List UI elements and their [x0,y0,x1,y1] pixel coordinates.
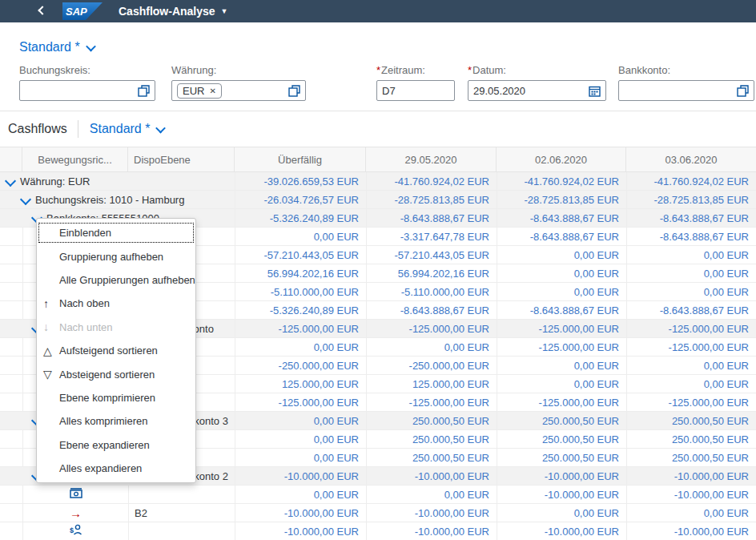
menu-item-absteigend-sortieren[interactable]: ▽Absteigend sortieren [37,362,195,385]
value-help-icon[interactable] [288,85,300,100]
menu-item-label: Ebene expandieren [59,439,150,451]
amount-cell: -28.725.813,85 EUR [497,191,626,208]
amount-cell: -39.026.659,53 EUR [235,172,366,190]
column-header-29052020[interactable]: 29.05.2020 [366,147,497,171]
row-selector-cell [0,486,22,503]
group-label: Währung: EUR [20,175,90,187]
svg-text:$: $ [70,526,74,534]
field-input[interactable] [618,80,754,101]
table-variant-selector[interactable]: Standard * [90,122,165,136]
collapse-chevron-icon[interactable] [20,194,31,205]
field-label: Bankkonto: [618,64,754,79]
arrow-up-icon: ↑ [43,297,59,310]
column-header-dispoebene[interactable]: DispoEbene [128,147,235,171]
filter-field-bankkonto: Bankkonto: [618,64,754,101]
menu-item-label: Ebene komprimieren [59,392,155,404]
field-input[interactable]: D7 [376,80,455,101]
amount-cell: 250.000,50 EUR [497,412,626,429]
table-variant-label: Standard * [90,122,151,136]
amount-cell: -125.000,00 EUR [626,338,756,356]
cashflow-analysis-app: SAP Cashflow-Analyse ▼ Standard * Buchun… [0,0,756,540]
menu-item-label: Einblenden [59,227,111,239]
menu-item-aufsteigend-sortieren[interactable]: △Aufsteigend sortieren [37,339,195,362]
amount-cell: 0,00 EUR [626,264,756,282]
value-help-icon[interactable] [138,85,150,100]
menu-item-alles-komprimieren[interactable]: Alles komprimieren [37,409,195,433]
amount-cell: -125.000,00 EUR [366,320,497,337]
amount-cell: -8.643.888,67 EUR [366,301,497,319]
amount-cell: 0,00 EUR [626,375,756,393]
token-remove-icon[interactable]: ✕ [209,87,215,95]
group-row[interactable]: Währung: EUR-39.026.659,53 EUR-41.760.92… [0,172,756,191]
token-label: EUR [183,85,204,97]
filter-variant-selector[interactable]: Standard * [19,40,94,54]
amount-cell: 125.000,00 EUR [366,375,497,393]
amount-cell: -5.326.240,89 EUR [235,301,366,319]
menu-item-label: Alles expandieren [59,462,142,474]
group-row[interactable]: Buchungskreis: 1010 - Hamburg-26.034.726… [0,191,756,209]
row-selector-cell [0,504,22,522]
menu-item-label: Nach oben [59,297,110,309]
field-value: 29.05.2020 [473,85,601,97]
amount-cell: 56.994.202,16 EUR [235,264,366,282]
amount-cell: 0,00 EUR [235,430,366,448]
row-selector-cell [0,449,22,466]
menu-item-ebene-komprimieren[interactable]: Ebene komprimieren [37,386,195,409]
table-row[interactable]: →B2-10.000,00 EUR-10.000,00 EUR0,00 EUR0… [0,504,756,522]
amount-cell: 250.000,50 EUR [626,449,756,466]
amount-cell: 0,00 EUR [497,357,626,374]
field-input[interactable]: 29.05.2020 [468,80,606,101]
back-button[interactable] [35,5,48,18]
amount-cell: -10.000,00 EUR [497,486,626,503]
amount-cell: -8.643.888,67 EUR [497,301,626,319]
calendar-icon[interactable] [589,85,601,100]
collapse-chevron-icon[interactable] [5,175,16,187]
table-row[interactable]: 0,00 EUR0,00 EUR-10.000,00 EUR-10.000,00… [0,486,756,504]
amount-cell: 0,00 EUR [497,504,626,522]
column-header-bewegungsric[interactable]: Bewegungsric... [22,147,128,171]
amount-cell: -57.210.443,05 EUR [235,246,366,264]
menu-item-label: Gruppierung aufheben [59,251,163,263]
app-title-menu[interactable]: Cashflow-Analyse ▼ [119,0,228,22]
row-selector-cell [0,264,22,282]
amount-cell: 0,00 EUR [626,246,756,264]
amount-cell: -57.210.443,05 EUR [366,246,497,264]
value-help-icon[interactable] [737,85,749,100]
amount-cell: 0,00 EUR [235,338,366,356]
amount-cell: -125.000,00 EUR [366,393,497,411]
amount-cell: -10.000,00 EUR [626,522,756,540]
chevron-down-icon [156,123,167,133]
menu-item-gruppierung-aufheben[interactable]: Gruppierung aufheben [37,244,195,268]
amount-cell: -8.643.888,67 EUR [497,228,626,245]
menu-item-einblenden[interactable]: Einblenden [37,221,195,244]
field-input[interactable] [19,80,155,101]
title-dropdown-icon: ▼ [221,7,228,15]
amount-cell: -28.725.813,85 EUR [366,191,497,208]
movement-direction-cell [22,486,128,503]
amount-cell: -26.034.726,57 EUR [235,191,366,208]
column-header-03062020[interactable]: 03.06.2020 [626,147,756,171]
amount-cell: -8.643.888,67 EUR [626,301,756,319]
amount-cell: -125.000,00 EUR [497,338,626,356]
menu-item-nach-oben[interactable]: ↑Nach oben [37,292,195,315]
field-input[interactable]: EUR✕ [171,80,306,101]
column-header-02062020[interactable]: 02.06.2020 [497,147,626,171]
amount-cell: 125.000,00 EUR [235,375,366,393]
amount-cell: -8.643.888,67 EUR [626,228,756,245]
menu-item-alle-gruppierungen-aufheben[interactable]: Alle Gruppierungen aufheben [37,268,195,292]
movement-direction-cell: $ [22,522,128,540]
dispo-level-cell [128,522,235,540]
amount-cell: 250.000,50 EUR [366,430,497,448]
sap-logo-icon: SAP [62,2,103,21]
row-selector-cell [0,338,22,356]
menu-item-ebene-expandieren[interactable]: Ebene expandieren [37,433,195,457]
svg-text:SAP: SAP [66,6,87,18]
amount-cell: -250.000,00 EUR [366,357,497,374]
filter-field-buchungskreis: Buchungskreis: [19,64,155,101]
required-asterisk: * [468,64,472,76]
menu-item-alles-expandieren[interactable]: Alles expandieren [37,457,195,480]
row-selector-cell [0,283,22,300]
amount-cell: 0,00 EUR [366,486,497,503]
table-row[interactable]: $-10.000,00 EUR-10.000,00 EUR-10.000,00 … [0,522,756,540]
column-header-berfllig[interactable]: Überfällig [235,147,366,171]
